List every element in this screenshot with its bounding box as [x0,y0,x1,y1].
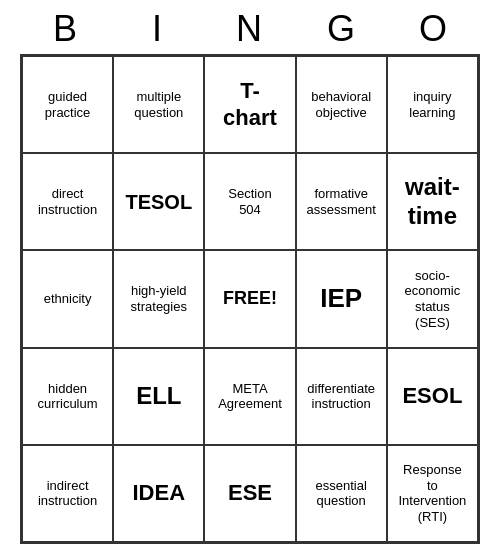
bingo-cell-15: hidden curriculum [22,348,113,445]
bingo-cell-24: Response to Intervention (RTI) [387,445,478,542]
bingo-cell-19: ESOL [387,348,478,445]
bingo-cell-11: high-yield strategies [113,250,204,347]
bingo-cell-0: guided practice [22,56,113,153]
bingo-cell-5: direct instruction [22,153,113,250]
bingo-cell-9: wait- time [387,153,478,250]
title-o: O [390,8,478,50]
bingo-cell-3: behavioral objective [296,56,387,153]
bingo-cell-6: TESOL [113,153,204,250]
bingo-grid: guided practicemultiple questionT- chart… [20,54,480,544]
bingo-cell-22: ESE [204,445,295,542]
bingo-cell-18: differentiate instruction [296,348,387,445]
bingo-cell-2: T- chart [204,56,295,153]
bingo-cell-4: inquiry learning [387,56,478,153]
bingo-cell-14: socio- economic status (SES) [387,250,478,347]
bingo-cell-16: ELL [113,348,204,445]
bingo-title: B I N G O [20,0,480,54]
title-g: G [298,8,386,50]
bingo-cell-20: indirect instruction [22,445,113,542]
bingo-cell-17: META Agreement [204,348,295,445]
bingo-cell-23: essential question [296,445,387,542]
title-n: N [206,8,294,50]
bingo-cell-8: formative assessment [296,153,387,250]
bingo-cell-21: IDEA [113,445,204,542]
title-b: B [22,8,110,50]
bingo-cell-12: FREE! [204,250,295,347]
bingo-cell-13: IEP [296,250,387,347]
bingo-cell-7: Section 504 [204,153,295,250]
bingo-cell-10: ethnicity [22,250,113,347]
bingo-cell-1: multiple question [113,56,204,153]
title-i: I [114,8,202,50]
